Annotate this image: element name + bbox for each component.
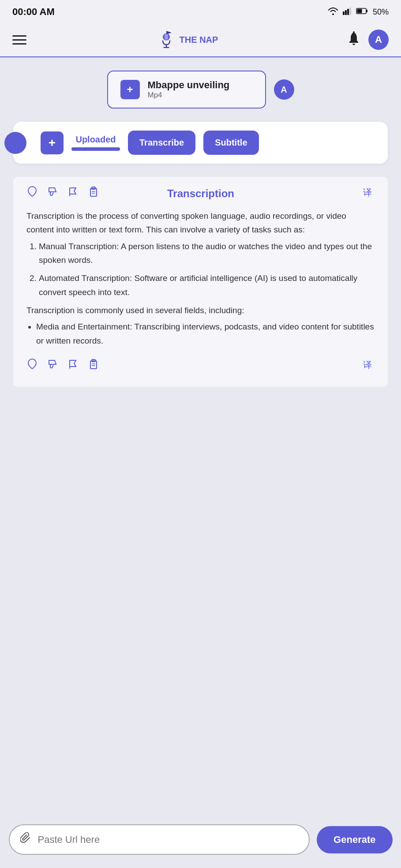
url-input[interactable] xyxy=(38,834,299,846)
status-icons: 50% xyxy=(328,7,389,17)
upload-plus-button[interactable]: + xyxy=(41,131,64,154)
translate-icon-bottom[interactable]: 译 xyxy=(362,358,375,374)
subtitle-button[interactable]: Subtitle xyxy=(203,131,259,155)
signal-icon xyxy=(343,7,352,17)
svg-rect-3 xyxy=(349,7,351,15)
svg-marker-11 xyxy=(166,31,172,34)
top-nav: THE NAP A xyxy=(0,23,401,57)
panel-title: Transcription xyxy=(167,187,234,200)
panel-toolbar-bottom: 译 xyxy=(26,358,375,374)
logo-icon xyxy=(156,29,177,50)
user-avatar-button[interactable]: A xyxy=(368,30,389,50)
url-bar: Generate xyxy=(9,824,393,855)
file-card: + Mbappe unveiling Mp4 xyxy=(107,71,266,108)
svg-rect-5 xyxy=(357,9,362,13)
action-card: + Uploaded Transcribe Subtitle xyxy=(13,122,388,164)
flag-icon-bottom[interactable] xyxy=(67,359,79,373)
file-add-icon: + xyxy=(120,80,140,99)
svg-text:译: 译 xyxy=(363,187,372,197)
transcription-continuation: Transcription is commonly used in severa… xyxy=(26,303,375,317)
generate-button[interactable]: Generate xyxy=(317,826,392,853)
status-bar: 00:00 AM 50% xyxy=(0,0,401,23)
svg-rect-0 xyxy=(343,11,345,15)
uploaded-section: Uploaded xyxy=(71,135,120,151)
logo-area: THE NAP xyxy=(156,29,218,50)
svg-text:译: 译 xyxy=(363,360,372,370)
battery-icon xyxy=(356,7,368,17)
transcription-intro: Transcription is the process of converti… xyxy=(26,209,375,237)
main-content: + Mbappe unveiling Mp4 A + Uploaded Tran… xyxy=(0,57,401,868)
clipboard-icon[interactable] xyxy=(87,186,99,201)
file-info: Mbappe unveiling Mp4 xyxy=(148,79,230,100)
flag-icon[interactable] xyxy=(67,186,79,201)
transcription-list: Manual Transcription: A person listens t… xyxy=(39,239,375,299)
battery-percent: 50% xyxy=(373,7,389,17)
svg-rect-2 xyxy=(347,9,349,15)
progress-bar xyxy=(71,147,120,151)
like-icon-bottom[interactable] xyxy=(26,359,38,373)
svg-point-12 xyxy=(353,31,355,33)
transcription-bullet-item: Media and Entertainment: Transcribing in… xyxy=(36,320,375,348)
dislike-icon[interactable] xyxy=(47,186,58,201)
logo-text: THE NAP xyxy=(180,35,218,45)
file-card-row: + Mbappe unveiling Mp4 A xyxy=(9,71,392,108)
svg-rect-1 xyxy=(345,10,347,15)
hamburger-menu-button[interactable] xyxy=(12,35,26,45)
file-type: Mp4 xyxy=(148,91,230,100)
dislike-icon-bottom[interactable] xyxy=(47,359,58,373)
wifi-icon xyxy=(328,7,338,17)
panel-toolbar-top: Transcription 译 xyxy=(26,186,375,201)
translate-icon[interactable]: 译 xyxy=(362,186,375,201)
circle-dot xyxy=(4,132,26,154)
url-input-wrapper xyxy=(9,824,310,855)
status-time: 00:00 AM xyxy=(12,6,55,18)
transcription-list-item: Manual Transcription: A person listens t… xyxy=(39,239,375,267)
transcribe-button[interactable]: Transcribe xyxy=(128,131,195,155)
transcription-panel: Transcription 译 Transcription is the pro… xyxy=(13,177,388,387)
transcription-bullet-list: Media and Entertainment: Transcribing in… xyxy=(36,320,375,348)
svg-rect-6 xyxy=(366,10,367,12)
like-icon[interactable] xyxy=(26,186,38,201)
nav-right: A xyxy=(347,30,389,50)
clipboard-icon-bottom[interactable] xyxy=(87,359,99,373)
transcription-body: Transcription is the process of converti… xyxy=(26,209,375,348)
bottom-bar xyxy=(0,856,401,868)
uploaded-label: Uploaded xyxy=(75,135,116,145)
file-avatar: A xyxy=(274,79,294,100)
notifications-button[interactable] xyxy=(347,31,360,49)
transcription-list-item: Automated Transcription: Software or art… xyxy=(39,271,375,299)
paperclip-icon xyxy=(20,832,32,847)
file-name: Mbappe unveiling xyxy=(148,79,230,91)
